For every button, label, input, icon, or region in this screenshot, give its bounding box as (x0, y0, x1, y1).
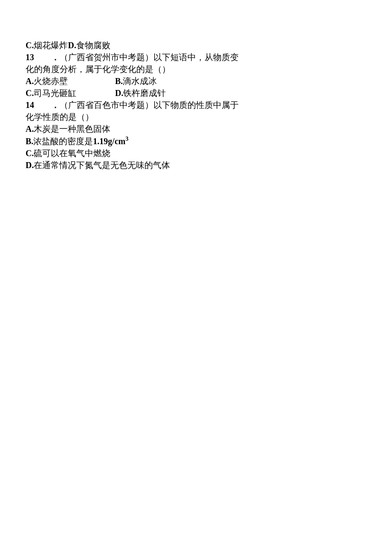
q14-stem-line2: 化学性质的是（） (26, 111, 366, 123)
q14-option-b-text-pre: 浓盐酸的密度是 (33, 137, 93, 146)
q13-stem-text1: （广西省贺州市中考题）以下短语中，从物质变 (60, 52, 239, 62)
q14-option-b: B.浓盐酸的密度是1.19g/cm3 (26, 135, 366, 147)
q14-option-c-label: C. (26, 148, 34, 158)
q13-option-a-text: 火烧赤壁 (34, 76, 68, 86)
q13-stem-line1: 13．（广西省贺州市中考题）以下短语中，从物质变 (26, 51, 366, 63)
q12-options-line-cd: C.烟花爆炸D.食物腐败 (26, 39, 366, 51)
q13-option-a-label: A. (26, 76, 34, 86)
document-body: C.烟花爆炸D.食物腐败 13．（广西省贺州市中考题）以下短语中，从物质变 化的… (26, 39, 366, 171)
q13-dot: ． (51, 52, 60, 62)
q14-option-c-text: 硫可以在氧气中燃烧 (34, 148, 110, 158)
q13-option-c-label: C. (26, 88, 34, 98)
q13-options-ab: A.火烧赤壁 B.滴水成冰 (26, 75, 366, 87)
q14-stem-text1: （广西省百色市中考题）以下物质的性质中属于 (60, 100, 239, 110)
q13-number: 13 (26, 52, 34, 62)
q14-option-b-value: 1.19g/cm (93, 137, 125, 146)
q14-number: 14 (26, 100, 34, 110)
option-d-text: 食物腐败 (76, 41, 110, 50)
q13-stem-text2: 化的角度分析，属于化学变化的是（） (26, 64, 170, 74)
q14-option-a-text: 木炭是一种黑色固体 (34, 124, 110, 134)
q13-option-b-text: 滴水成冰 (123, 76, 157, 86)
q13-option-b-label: B. (115, 76, 123, 86)
option-c-label: C. (26, 41, 34, 50)
q14-option-a: A.木炭是一种黑色固体 (26, 123, 366, 135)
q14-dot: ． (51, 100, 60, 110)
q13-option-c-text: 司马光砸缸 (34, 88, 76, 98)
q14-option-c: C.硫可以在氧气中燃烧 (26, 147, 366, 159)
q14-stem-text2: 化学性质的是（） (26, 112, 94, 122)
option-c-text: 烟花爆炸 (34, 41, 68, 50)
q14-option-d-text: 在通常情况下氮气是无色无味的气体 (34, 160, 170, 170)
q13-option-d-label: D. (115, 88, 123, 98)
q14-option-b-label: B. (26, 137, 33, 146)
q14-option-d-label: D. (26, 160, 34, 170)
q14-option-a-label: A. (26, 124, 34, 134)
q14-stem-line1: 14．（广西省百色市中考题）以下物质的性质中属于 (26, 99, 366, 111)
q13-options-cd: C.司马光砸缸 D.铁杵磨成针 (26, 87, 366, 99)
q14-option-d: D.在通常情况下氮气是无色无味的气体 (26, 159, 366, 171)
q13-stem-line2: 化的角度分析，属于化学变化的是（） (26, 63, 366, 75)
option-d-label: D. (68, 41, 76, 50)
q14-option-b-sup: 3 (125, 136, 128, 142)
q13-option-d-text: 铁杵磨成针 (123, 88, 166, 98)
